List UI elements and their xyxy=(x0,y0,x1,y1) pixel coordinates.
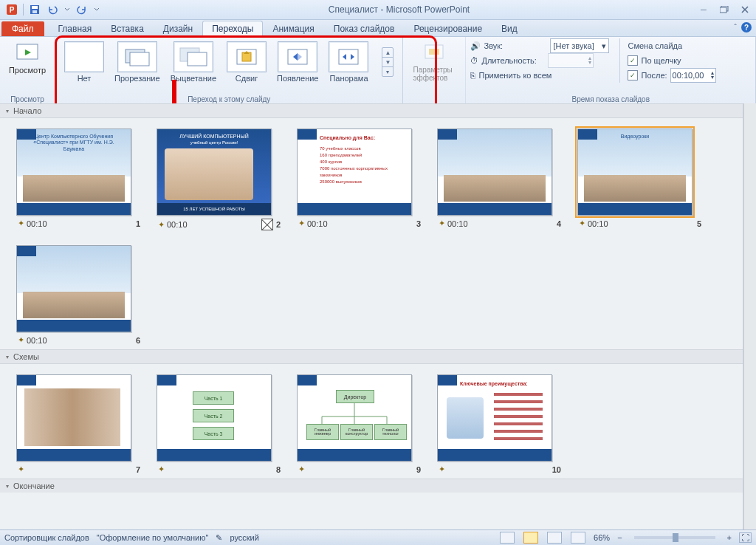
status-lang[interactable]: русский xyxy=(230,533,258,542)
slide-thumbnail[interactable] xyxy=(16,245,131,332)
slide-time: 00:10 xyxy=(27,219,47,228)
slide-time: 00:10 xyxy=(167,220,188,229)
tab-design[interactable]: Дизайн xyxy=(154,21,202,36)
after-spinner[interactable]: 00:10,00▴▾ xyxy=(670,68,716,83)
on-click-label: По щелчку xyxy=(641,56,681,65)
status-theme: "Оформление по умолчанию" xyxy=(97,533,209,542)
restore-icon[interactable] xyxy=(716,4,732,15)
apply-all-button[interactable]: Применить ко всем xyxy=(478,71,551,80)
transition-star-icon: ✦ xyxy=(18,219,24,228)
view-normal-button[interactable] xyxy=(500,532,515,544)
section-header-start[interactable]: ▾Начало xyxy=(0,103,743,118)
slide-thumbnail[interactable]: Часть 1Часть 2Часть 3 xyxy=(157,374,272,462)
undo-icon[interactable] xyxy=(45,2,60,17)
slide-10[interactable]: Ключевые преимущества:✦10 xyxy=(437,374,563,474)
tab-review[interactable]: Рецензирование xyxy=(404,21,492,36)
redo-icon[interactable] xyxy=(75,2,89,17)
zoom-out-button[interactable]: − xyxy=(617,533,622,542)
transition-star-icon: ✦ xyxy=(298,219,305,228)
save-icon[interactable] xyxy=(27,2,42,17)
transition-push[interactable]: Сдвиг xyxy=(227,41,267,83)
slide-5[interactable]: Видеоуроки✦00:105 xyxy=(577,128,703,230)
slide-thumbnail[interactable] xyxy=(16,374,131,462)
slide-thumbnail[interactable]: Центр Компьютерного Обучения«Специалист»… xyxy=(16,128,131,216)
sound-label: Звук: xyxy=(484,41,547,50)
transition-fade[interactable]: Выцветание xyxy=(171,41,216,83)
slide-time: 00:10 xyxy=(307,219,328,228)
slide-2[interactable]: ЛУЧШИЙ КОМПЬЮТЕРНЫЙучебный центр России!… xyxy=(157,128,282,230)
tab-slideshow[interactable]: Показ слайдов xyxy=(324,21,405,36)
undo-dropdown-icon[interactable] xyxy=(63,2,72,17)
slide-8[interactable]: Часть 1Часть 2Часть 3✦8 xyxy=(157,374,282,474)
slide-9[interactable]: ДиректорГлавный инженерГлавный конструкт… xyxy=(297,374,422,474)
transition-gallery: Нет Прорезание Выцветание Сдвиг Появлени… xyxy=(60,38,398,86)
ribbon: Просмотр Просмотр Нет Прорезание Выцвета… xyxy=(0,37,756,106)
slide-thumbnail[interactable]: Видеоуроки xyxy=(577,128,693,216)
tab-insert[interactable]: Вставка xyxy=(101,21,154,36)
title-bar: P Специалист - Microsoft PowerPoint ─ xyxy=(0,0,756,20)
slide-thumbnail[interactable] xyxy=(437,128,552,216)
spellcheck-icon[interactable]: ✎ xyxy=(216,533,222,543)
transition-star-icon: ✦ xyxy=(158,220,165,230)
view-reading-button[interactable] xyxy=(547,532,562,544)
ribbon-tab-strip: Файл Главная Вставка Дизайн Переходы Ани… xyxy=(0,20,756,37)
slide-number: 9 xyxy=(416,465,421,474)
tab-view[interactable]: Вид xyxy=(492,21,527,36)
after-checkbox[interactable]: ✓ xyxy=(628,70,638,80)
slide-3[interactable]: Специально для Вас:70 учебных классов160… xyxy=(297,128,422,230)
transition-cut[interactable]: Прорезание xyxy=(114,41,160,83)
tab-transitions[interactable]: Переходы xyxy=(202,21,263,36)
slide-thumbnail[interactable]: Ключевые преимущества: xyxy=(437,374,552,462)
svg-rect-10 xyxy=(130,52,149,66)
slide-number: 4 xyxy=(557,219,561,228)
svg-text:P: P xyxy=(10,6,15,14)
slide-number: 3 xyxy=(416,219,421,228)
slide-number: 6 xyxy=(136,336,140,345)
transition-star-icon: ✦ xyxy=(18,465,24,474)
section-header-end[interactable]: ▾Окончание xyxy=(0,479,743,493)
slide-thumbnail[interactable]: Специально для Вас:70 учебных классов160… xyxy=(297,128,412,216)
transition-star-icon: ✦ xyxy=(439,219,445,228)
vertical-scrollbar[interactable] xyxy=(743,103,756,530)
slide-sorter: ▾Начало Центр Компьютерного Обучения«Спе… xyxy=(0,103,756,530)
slide-time: 00:10 xyxy=(588,219,608,228)
transition-split[interactable]: Панорама xyxy=(329,41,368,83)
slide-number: 2 xyxy=(276,220,281,229)
preview-button[interactable]: Просмотр xyxy=(4,38,50,77)
transition-none[interactable]: Нет xyxy=(64,41,104,83)
sound-combo[interactable]: [Нет звука]▾ xyxy=(550,38,609,53)
tab-file[interactable]: Файл xyxy=(1,21,44,36)
duration-spinner[interactable]: ▴▾ xyxy=(548,53,594,68)
minimize-ribbon-icon[interactable]: ˆ xyxy=(734,23,737,32)
slide-thumbnail[interactable]: ДиректорГлавный инженерГлавный конструкт… xyxy=(297,374,412,462)
sorter-pane[interactable]: ▾Начало Центр Компьютерного Обучения«Спе… xyxy=(0,103,743,530)
preview-label: Просмотр xyxy=(9,66,46,75)
slide-time: 00:10 xyxy=(447,219,468,228)
close-icon[interactable] xyxy=(737,4,753,15)
slide-1[interactable]: Центр Компьютерного Обучения«Специалист»… xyxy=(16,128,142,230)
slide-4[interactable]: ✦00:104 xyxy=(437,128,563,230)
svg-rect-4 xyxy=(32,10,37,13)
zoom-in-button[interactable]: + xyxy=(727,533,732,542)
qat-dropdown-icon[interactable] xyxy=(92,2,101,17)
transition-star-icon: ✦ xyxy=(439,465,445,474)
transition-wipe[interactable]: Появление xyxy=(277,41,318,83)
slide-7[interactable]: ✦7 xyxy=(16,374,142,474)
view-slideshow-button[interactable] xyxy=(571,532,585,544)
gallery-more-button[interactable]: ▲▼▾ xyxy=(382,47,394,77)
slide-thumbnail[interactable]: ЛУЧШИЙ КОМПЬЮТЕРНЫЙучебный центр России!… xyxy=(157,128,272,216)
transition-star-icon: ✦ xyxy=(579,219,585,228)
fit-window-button[interactable]: ⛶ xyxy=(739,532,752,543)
status-view: Сортировщик слайдов xyxy=(4,533,89,542)
section-header-schemes[interactable]: ▾Схемы xyxy=(0,349,743,364)
zoom-slider[interactable] xyxy=(634,536,715,539)
on-click-checkbox[interactable]: ✓ xyxy=(628,55,638,66)
tab-animation[interactable]: Анимация xyxy=(263,21,323,36)
tab-home[interactable]: Главная xyxy=(49,21,102,36)
minimize-icon[interactable]: ─ xyxy=(695,4,712,15)
slide-6[interactable]: ✦00:106 xyxy=(16,245,142,345)
help-icon[interactable]: ? xyxy=(741,22,752,32)
transition-star-icon: ✦ xyxy=(298,465,305,474)
view-sorter-button[interactable] xyxy=(523,532,538,544)
app-icon: P xyxy=(4,2,19,17)
